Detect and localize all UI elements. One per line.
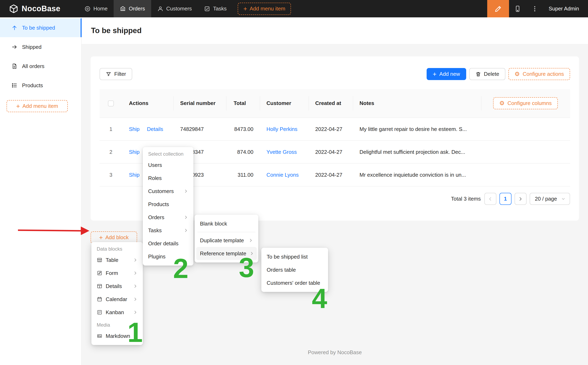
column-header-created-at[interactable]: Created at: [309, 89, 353, 118]
more-menu-button[interactable]: [526, 0, 543, 17]
customer-link[interactable]: Yvette Gross: [266, 149, 297, 155]
arrow-right-icon: [11, 44, 18, 50]
row-index: 1: [100, 118, 122, 140]
customer-link[interactable]: Connie Lyons: [266, 172, 299, 178]
column-header-serial-number[interactable]: Serial number: [173, 89, 226, 118]
table-header-row: Actions Serial number Total Customer Cre…: [100, 89, 570, 118]
menu-item-calendar-block[interactable]: Calendar: [93, 293, 141, 306]
pagination-next-button[interactable]: [514, 193, 527, 205]
sidebar-item-all-orders[interactable]: All orders: [0, 57, 81, 76]
menu-item-duplicate-template[interactable]: Duplicate template: [196, 234, 257, 247]
filter-button[interactable]: Filter: [100, 68, 132, 80]
menu-group-label: Select collection: [144, 149, 192, 159]
delete-button[interactable]: Delete: [469, 68, 505, 80]
sidebar-item-label: Products: [22, 82, 43, 89]
navbar-add-menu-item-button[interactable]: + Add menu item: [238, 3, 291, 15]
nav-item-orders[interactable]: Orders: [114, 0, 151, 17]
nav-item-label: Customers: [166, 6, 192, 12]
menu-item-products[interactable]: Products: [144, 198, 192, 211]
menu-item-form-block[interactable]: Form: [93, 267, 141, 280]
ship-link[interactable]: Ship: [129, 126, 140, 132]
select-collection-menu: Select collection Users Roles Customers …: [143, 147, 193, 266]
table-toolbar: Filter + Add new Delete ⚙: [100, 68, 570, 80]
menu-item-tasks[interactable]: Tasks: [144, 224, 192, 237]
ui-editor-button[interactable]: [487, 0, 509, 17]
column-header-customer[interactable]: Customer: [260, 89, 309, 118]
annotation-step-1: 1: [127, 319, 143, 346]
nav-item-home[interactable]: Home: [78, 0, 114, 17]
notes-cell: Mr excellence inquietude conviction is i…: [353, 163, 481, 186]
brand-name: NocoBase: [22, 4, 61, 13]
column-header-total[interactable]: Total: [226, 89, 260, 118]
arrow-up-icon: [11, 25, 18, 31]
nav-item-label: Tasks: [213, 6, 226, 12]
chevron-right-icon: [133, 258, 137, 262]
created-at-cell: 2022-04-27: [309, 163, 353, 186]
menu-group-label: Data blocks: [93, 245, 141, 253]
ship-link[interactable]: Ship: [129, 149, 140, 155]
ship-link[interactable]: Ship: [129, 172, 140, 178]
nav-item-label: Orders: [129, 6, 145, 12]
menu-item-details-block[interactable]: Details: [93, 280, 141, 293]
chevron-right-icon: [518, 197, 523, 201]
configure-actions-button[interactable]: ⚙ Configure actions: [508, 68, 570, 80]
toolbar-actions: + Add new Delete ⚙ Configure actions: [427, 68, 570, 80]
customer-link[interactable]: Holly Perkins: [266, 126, 297, 132]
mobile-preview-button[interactable]: [509, 0, 526, 17]
table-row: 1 Ship Details 74829847 8473.00 Holly Pe…: [100, 118, 570, 140]
select-all-checkbox[interactable]: [108, 100, 114, 106]
brand[interactable]: NocoBase: [0, 4, 61, 14]
sidebar-item-to-be-shipped[interactable]: To be shipped: [0, 18, 81, 37]
plus-icon: +: [16, 103, 20, 110]
plus-icon: +: [99, 234, 103, 241]
nav-item-customers[interactable]: Customers: [151, 0, 198, 17]
details-block-icon: [97, 283, 102, 289]
kanban-block-icon: [97, 309, 102, 315]
total-cell: 311.00: [226, 163, 260, 186]
nav-item-tasks[interactable]: Tasks: [198, 0, 233, 17]
kebab-menu-icon: [531, 5, 538, 12]
nav-item-label: Home: [94, 6, 108, 12]
nocobase-logo-icon: [9, 4, 18, 14]
pagination-page-1-button[interactable]: 1: [500, 193, 512, 205]
sidebar-item-shipped[interactable]: Shipped: [0, 38, 81, 56]
ui-editor-pen-icon: [494, 5, 502, 13]
details-link[interactable]: Details: [147, 126, 163, 132]
table-block-icon: [97, 257, 102, 263]
configure-columns-button[interactable]: ⚙ Configure columns: [493, 97, 558, 109]
menu-item-blank-block[interactable]: Blank block: [196, 217, 257, 230]
menu-item-order-details[interactable]: Order details: [144, 237, 192, 250]
navbar-right: Super Admin: [487, 0, 588, 17]
orders-icon: [120, 6, 126, 12]
column-header-notes[interactable]: Notes: [353, 89, 481, 118]
chevron-right-icon: [133, 271, 137, 275]
filter-icon: [106, 71, 111, 77]
chevron-right-icon: [249, 238, 253, 243]
sidebar-item-products[interactable]: Products: [0, 76, 81, 95]
serial-number-cell: 74829847: [173, 118, 226, 140]
add-new-button[interactable]: + Add new: [427, 68, 466, 80]
menu-item-orders[interactable]: Orders: [144, 211, 192, 224]
user-name[interactable]: Super Admin: [543, 6, 588, 12]
chevron-down-icon: [561, 197, 566, 201]
menu-item-customers[interactable]: Customers: [144, 185, 192, 198]
sidebar-add-menu-item-button[interactable]: + Add menu item: [7, 100, 68, 112]
menu-item-users[interactable]: Users: [144, 159, 192, 172]
menu-item-table-block[interactable]: Table: [93, 253, 141, 267]
home-icon: [84, 6, 91, 12]
menu-divider: [197, 232, 256, 232]
column-header-actions[interactable]: Actions: [122, 89, 173, 118]
page-size-select[interactable]: 20 / page: [530, 193, 570, 205]
menu-item-orders-table[interactable]: Orders table: [263, 263, 326, 276]
footer-text: Powered by NocoBase: [91, 349, 579, 365]
total-cell: 8473.00: [226, 118, 260, 140]
chevron-right-icon: [133, 284, 137, 288]
total-cell: 874.00: [226, 140, 260, 163]
page-title: To be shipped: [91, 26, 142, 35]
gear-icon: ⚙: [499, 100, 505, 106]
menu-item-roles[interactable]: Roles: [144, 172, 192, 185]
pagination-prev-button[interactable]: [484, 193, 496, 205]
sidebar-item-label: All orders: [22, 63, 44, 70]
menu-item-to-be-shipped-list[interactable]: To be shipped list: [263, 250, 326, 263]
calendar-block-icon: [97, 296, 102, 302]
